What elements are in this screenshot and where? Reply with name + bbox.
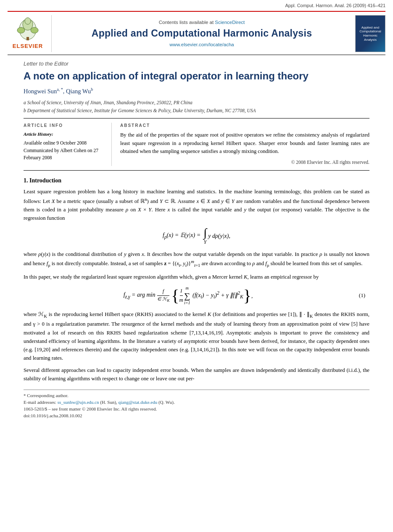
doi-text: doi:10.1016/j.acha.2008.10.002 xyxy=(24,413,82,418)
copyright-text: © 2008 Elsevier Inc. All rights reserved… xyxy=(120,159,369,166)
article-info-panel: ARTICLE INFO Article History: Available … xyxy=(24,123,112,166)
formula-2: fz,γ = arg min f ∈ ℋK { 1 m m ∑ i=1 xyxy=(28,285,348,306)
intro-para4: where ℋK is the reproducing kernel Hilbe… xyxy=(24,310,369,363)
svg-point-3 xyxy=(17,27,25,33)
divider-1 xyxy=(24,118,369,119)
abstract-text: By the aid of the properties of the squa… xyxy=(120,131,369,155)
citation-text: Appl. Comput. Harmon. Anal. 26 (2009) 41… xyxy=(285,3,385,8)
formula-2-lhs: fz,γ = arg min xyxy=(124,291,156,301)
sciencedirect-link: Contents lists available at ScienceDirec… xyxy=(159,19,245,26)
email-label: E-mail addresses: xyxy=(24,400,56,405)
elsevier-tree-icon xyxy=(13,17,43,41)
main-content: Letter to the Editor A note on applicati… xyxy=(0,55,393,424)
issn-text: 1063-5203/$ – see front matter © 2008 El… xyxy=(24,406,157,411)
communicated-text: Communicated by Albert Cohen on 27 Febru… xyxy=(24,147,106,162)
doi-line: doi:10.1016/j.acha.2008.10.002 xyxy=(24,413,369,419)
intro-para5: Several different approaches can lead to… xyxy=(24,366,369,383)
intro-section-title: 1. Introduction xyxy=(24,176,369,185)
email2-name: (Q. Wu). xyxy=(158,400,175,405)
formula-1-integral-wrapper: ∫ Y xyxy=(203,227,207,246)
citation-bar: Appl. Comput. Harmon. Anal. 26 (2009) 41… xyxy=(0,0,393,11)
svg-point-4 xyxy=(31,27,38,33)
affiliation-a: a School of Science, University of Jinan… xyxy=(24,99,369,106)
article-history-label: Article History: xyxy=(24,131,106,138)
footnote-star: * Corresponding author. xyxy=(24,392,369,399)
formula-1: fρ(x) = 𝔼(y|x) = ∫ Y y dρ(y|x), xyxy=(28,227,365,246)
formula-1-lhs: fρ(x) = 𝔼(y|x) = xyxy=(163,231,203,241)
journal-title: Applied and Computational Harmonic Analy… xyxy=(92,28,312,40)
formula-1-integrand: y dρ(y|x), xyxy=(207,232,230,240)
svg-rect-2 xyxy=(26,37,29,40)
journal-center: Contents lists available at ScienceDirec… xyxy=(52,15,352,52)
intro-para1: Least square regression problem has a lo… xyxy=(24,187,369,222)
article-info-header: ARTICLE INFO xyxy=(24,123,106,129)
footnote-emails: E-mail addresses: ss_sunhw@ujn.edu.cn (H… xyxy=(24,399,369,406)
formula-1-block: fρ(x) = 𝔼(y|x) = ∫ Y y dρ(y|x), xyxy=(24,227,369,246)
journal-thumbnail: Applied andComputationalHarmonicAnalysis xyxy=(352,15,385,52)
author-qiang: , Qiang Wu xyxy=(63,88,91,95)
elsevier-logo: ELSEVIER xyxy=(8,15,52,52)
authors-line: Hongwei Suna, *, Qiang Wub xyxy=(24,87,369,96)
author-b-sup: b xyxy=(91,87,93,92)
sciencedirect-brand[interactable]: ScienceDirect xyxy=(215,20,245,25)
author-hongwei: Hongwei Sun xyxy=(24,88,57,95)
journal-url[interactable]: www.elsevier.com/locate/acha xyxy=(169,41,234,48)
abstract-panel: ABSTRACT By the aid of the properties of… xyxy=(120,123,369,166)
formula-2-integrand: (f(xi) − yi)2 + γ ‖f‖2K xyxy=(191,290,243,301)
formula-2-constraint: f ∈ ℋK xyxy=(157,288,170,303)
formula-2-number: (1) xyxy=(348,292,365,300)
journal-cover-thumb: Applied andComputationalHarmonicAnalysis xyxy=(355,15,385,52)
email1-link[interactable]: ss_sunhw@ujn.edu.cn xyxy=(58,400,99,405)
issn-line: 1063-5203/$ – see front matter © 2008 El… xyxy=(24,406,369,413)
formula-2-sum: m ∑ i=1 xyxy=(184,285,190,306)
affiliation-b: b Department of Statistical Science, Ins… xyxy=(24,107,369,114)
journal-header: ELSEVIER Contents lists available at Sci… xyxy=(8,11,385,55)
formula-2-close-brace: } xyxy=(243,287,251,304)
formula-2-open-brace: { xyxy=(171,287,179,304)
abstract-header: ABSTRACT xyxy=(120,123,369,129)
page-wrapper: Appl. Comput. Harmon. Anal. 26 (2009) 41… xyxy=(0,0,393,532)
email2-link[interactable]: qiang@stat.duke.edu xyxy=(119,400,158,405)
author-a-sup: a, * xyxy=(57,87,63,92)
info-abstract-section: ARTICLE INFO Article History: Available … xyxy=(24,123,369,166)
letter-label: Letter to the Editor xyxy=(24,60,369,68)
integral-sign: ∫ xyxy=(203,227,207,239)
formula-2-block: fz,γ = arg min f ∈ ℋK { 1 m m ∑ i=1 xyxy=(24,285,369,306)
intro-para2: where ρ(y|x) is the conditional distribu… xyxy=(24,250,369,269)
integral-sub: Y xyxy=(204,239,207,246)
divider-2 xyxy=(24,170,369,171)
thumb-title-text: Applied andComputationalHarmonicAnalysis xyxy=(359,26,381,42)
intro-para3: In this paper, we study the regularized … xyxy=(24,273,369,281)
email1-name: (H. Sun), xyxy=(100,400,117,405)
formula-2-frac: 1 m xyxy=(179,287,183,304)
available-online-text: Available online 9 October 2008 xyxy=(24,140,106,147)
elsevier-brand-text: ELSEVIER xyxy=(13,42,43,50)
paper-title: A note on application of integral operat… xyxy=(24,70,369,82)
footnote-area: * Corresponding author. E-mail addresses… xyxy=(24,390,369,419)
svg-point-5 xyxy=(25,18,31,24)
